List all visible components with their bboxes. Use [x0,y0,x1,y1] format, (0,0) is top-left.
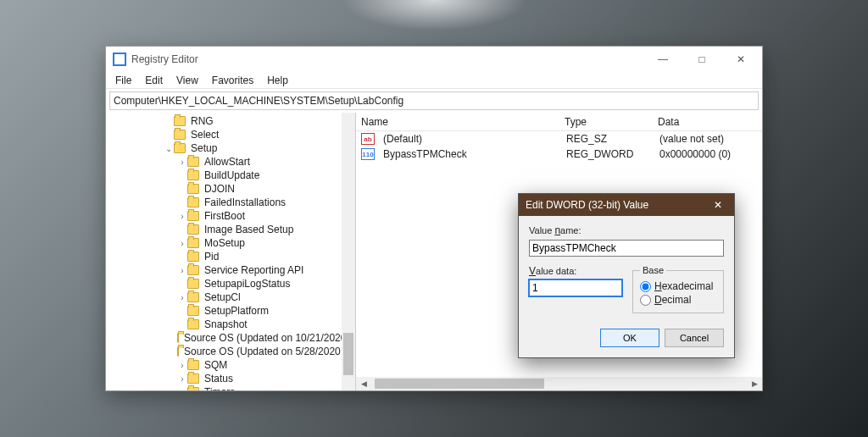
ok-button[interactable]: OK [600,329,659,347]
folder-icon [187,157,199,167]
folder-icon [174,130,186,140]
folder-icon [187,211,199,221]
tree-node-label: Snapshot [203,318,249,330]
tree-node[interactable]: Pid [106,250,355,263]
folder-icon [187,170,199,180]
folder-icon [174,116,186,126]
value-name-input[interactable] [529,240,724,257]
chevron-right-icon[interactable]: › [177,374,187,384]
list-header[interactable]: Name Type Data [356,113,762,131]
tree-node[interactable]: BuildUpdate [106,169,355,182]
folder-icon [187,252,199,262]
radio-hex-input[interactable] [640,281,651,292]
tree-node[interactable]: Source OS (Updated on 10/21/2020 05:54:5… [106,331,355,345]
dialog-close-button[interactable]: ✕ [704,194,732,216]
tree-node-label: Source OS (Updated on 5/28/2020 09:50:15… [182,346,355,357]
tree-node-label: FirstBoot [203,210,247,222]
tree-node-label: Setup [189,142,219,154]
cancel-button[interactable]: Cancel [665,329,724,347]
chevron-right-icon[interactable]: › [177,239,187,248]
menu-favorites[interactable]: Favorites [206,73,259,88]
folder-icon [187,373,199,384]
address-bar[interactable]: Computer\HKEY_LOCAL_MACHINE\SYSTEM\Setup… [109,91,759,110]
chevron-right-icon[interactable]: › [177,212,187,221]
close-button[interactable]: ✕ [721,47,760,72]
tree-node-label: Status [203,373,235,384]
tree-node-label: AllowStart [203,156,252,168]
string-value-icon: ab [361,133,375,145]
tree-scroll-thumb[interactable] [343,333,353,375]
col-type[interactable]: Type [559,113,653,130]
hscroll-thumb[interactable] [375,379,544,389]
window-title: Registry Editor [131,53,643,65]
tree-node-label: Image Based Setup [203,224,295,235]
menu-help[interactable]: Help [261,73,294,88]
tree-node[interactable]: ›SetupCl [106,290,355,304]
app-icon [113,53,126,66]
chevron-right-icon[interactable]: › [177,293,187,302]
minimize-button[interactable]: — [643,47,682,72]
radio-hex[interactable]: Hexadecimal [640,280,716,292]
tree-pane[interactable]: RNGSelect⌄Setup›AllowStartBuildUpdateDJO… [106,113,356,390]
list-row[interactable]: ab(Default)REG_SZ(value not set) [356,131,762,147]
cell-type: REG_DWORD [561,146,654,163]
folder-icon [187,360,199,370]
chevron-right-icon[interactable]: › [177,158,187,167]
folder-icon [187,224,199,235]
tree-node[interactable]: ›SQM [106,358,355,372]
folder-icon [187,265,199,275]
tree-node-label: SQM [203,359,229,371]
menu-edit[interactable]: Edit [139,73,169,88]
maximize-button[interactable]: □ [682,47,721,72]
chevron-right-icon[interactable]: › [177,266,187,275]
tree-node[interactable]: Timers [106,385,355,390]
folder-icon [187,238,199,248]
col-data[interactable]: Data [653,113,762,130]
tree-node[interactable]: Snapshot [106,318,355,331]
tree-node-label: SetupapiLogStatus [203,278,292,290]
value-data-input[interactable] [529,279,622,296]
value-data-label: Value data: [529,265,622,277]
dialog-title: Edit DWORD (32-bit) Value [526,199,648,211]
tree-node[interactable]: ›MoSetup [106,236,355,250]
tree-node[interactable]: ›FirstBoot [106,209,355,223]
tree-node[interactable]: Image Based Setup [106,223,355,236]
tree-node-label: Source OS (Updated on 10/21/2020 05:54:5… [182,332,355,344]
tree-node[interactable]: ⌄Setup [106,141,355,155]
titlebar[interactable]: Registry Editor — □ ✕ [106,47,762,72]
tree-node[interactable]: Source OS (Updated on 5/28/2020 09:50:15… [106,345,355,358]
tree-node-label: FailedInstallations [203,196,287,208]
tree-node-label: Pid [203,251,220,263]
col-name[interactable]: Name [356,113,559,130]
horizontal-scrollbar[interactable]: ◀ ▶ [356,377,762,390]
base-group: Base Hexadecimal Decimal [632,265,724,313]
tree-node[interactable]: ›Service Reporting API [106,263,355,277]
tree-node-label: SetupCl [203,291,242,303]
hscroll-right-arrow[interactable]: ▶ [747,377,762,390]
tree-scrollbar[interactable] [342,113,355,390]
tree-node[interactable]: FailedInstallations [106,196,355,209]
radio-dec-input[interactable] [640,295,651,306]
menu-view[interactable]: View [170,73,204,88]
tree-node[interactable]: Select [106,128,355,141]
address-text: Computer\HKEY_LOCAL_MACHINE\SYSTEM\Setup… [114,95,403,107]
dialog-titlebar[interactable]: Edit DWORD (32-bit) Value ✕ [519,194,734,216]
hscroll-left-arrow[interactable]: ◀ [356,377,371,390]
tree-node-label: RNG [189,115,215,127]
tree-node[interactable]: ›Status [106,372,355,385]
tree-node-label: Service Reporting API [203,264,305,276]
folder-icon [187,279,199,289]
tree-node[interactable]: RNG [106,114,355,128]
list-row[interactable]: 110BypassTPMCheckREG_DWORD0x00000000 (0) [356,147,762,162]
tree-node[interactable]: DJOIN [106,182,355,196]
tree-node[interactable]: SetupPlatform [106,304,355,318]
tree-node[interactable]: SetupapiLogStatus [106,277,355,290]
chevron-right-icon[interactable]: › [177,361,187,370]
edit-dword-dialog: Edit DWORD (32-bit) Value ✕ Value name: … [518,193,735,358]
menu-file[interactable]: File [109,73,137,88]
radio-dec[interactable]: Decimal [640,294,716,306]
folder-icon [187,197,199,207]
tree-node[interactable]: ›AllowStart [106,155,355,169]
folder-icon [174,143,186,153]
chevron-down-icon[interactable]: ⌄ [164,144,174,153]
